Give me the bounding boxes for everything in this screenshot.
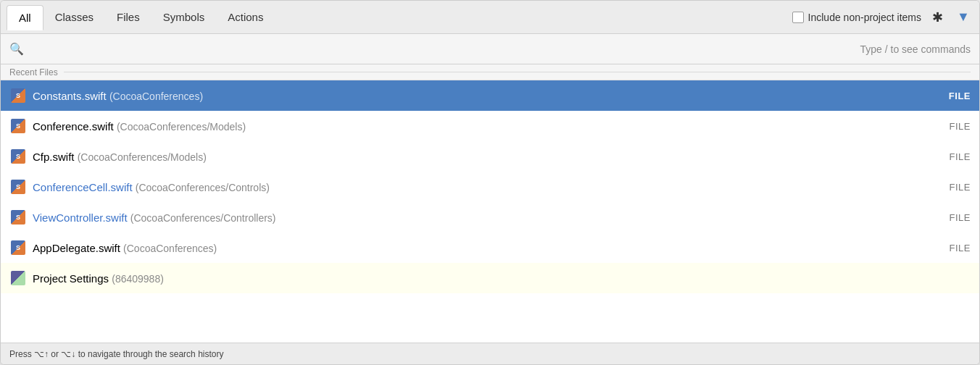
file-item[interactable]: SViewController.swift (CocoaConferences/… <box>1 202 979 232</box>
project-settings-name: Project Settings (86409988) <box>33 272 971 285</box>
section-label: Recent Files <box>9 67 58 77</box>
include-non-project-toggle[interactable]: Include non-project items <box>792 12 921 23</box>
swift-file-icon: S <box>9 148 27 165</box>
tab-all[interactable]: All <box>7 5 43 30</box>
status-bar: Press ⌥↑ or ⌥↓ to navigate through the s… <box>1 343 979 364</box>
file-name-text: Constants.swift (CocoaConferences) <box>33 90 949 102</box>
include-checkbox[interactable] <box>792 12 804 23</box>
toolbar-right: Include non-project items ✱ ▼ <box>792 7 973 28</box>
file-item[interactable]: SConference.swift (CocoaConferences/Mode… <box>1 111 979 141</box>
tab-classes[interactable]: Classes <box>43 5 105 29</box>
file-name-text: Cfp.swift (CocoaConferences/Models) <box>33 151 950 163</box>
file-item[interactable]: SConferenceCell.swift (CocoaConferences/… <box>1 172 979 202</box>
recent-files-header: Recent Files <box>1 64 979 80</box>
file-name-text: Conference.swift (CocoaConferences/Model… <box>33 120 950 133</box>
file-item[interactable]: SConstants.swift (CocoaConferences)FILE <box>1 80 979 111</box>
swift-file-icon: S <box>9 87 27 104</box>
swift-file-icon: S <box>9 117 27 135</box>
pin-icon: ✱ <box>932 9 943 25</box>
swift-file-icon: S <box>9 239 27 256</box>
file-name-text: AppDelegate.swift (CocoaConferences) <box>33 242 950 254</box>
include-label-text: Include non-project items <box>808 12 921 23</box>
tab-actions[interactable]: Actions <box>216 5 275 29</box>
file-type-badge: FILE <box>950 182 971 193</box>
file-item[interactable]: SAppDelegate.swift (CocoaConferences)FIL… <box>1 232 979 263</box>
search-dialog: All Classes Files Symbols Actions Includ… <box>0 0 980 365</box>
file-list[interactable]: SConstants.swift (CocoaConferences)FILES… <box>1 80 979 343</box>
search-hint: Type / to see commands <box>860 43 971 55</box>
pin-button[interactable]: ✱ <box>927 7 947 28</box>
file-name-text: ConferenceCell.swift (CocoaConferences/C… <box>33 181 950 193</box>
file-item[interactable]: SCfp.swift (CocoaConferences/Models)FILE <box>1 141 979 172</box>
project-settings-item[interactable]: Project Settings (86409988) <box>1 263 979 293</box>
filter-button[interactable]: ▼ <box>953 7 973 28</box>
project-settings-icon <box>9 269 27 287</box>
tab-files[interactable]: Files <box>105 5 151 29</box>
search-bar: 🔍 Type / to see commands <box>1 34 979 64</box>
file-type-badge: FILE <box>949 91 971 101</box>
filter-icon: ▼ <box>957 9 970 25</box>
tab-bar: All Classes Files Symbols Actions Includ… <box>1 1 979 34</box>
file-type-badge: FILE <box>950 121 971 132</box>
file-type-badge: FILE <box>950 212 971 223</box>
swift-file-icon: S <box>9 209 27 226</box>
section-divider <box>64 72 971 72</box>
search-input[interactable] <box>30 43 860 55</box>
file-type-badge: FILE <box>950 243 971 253</box>
status-text: Press ⌥↑ or ⌥↓ to navigate through the s… <box>9 349 223 359</box>
file-name-text: ViewController.swift (CocoaConferences/C… <box>33 211 950 224</box>
file-type-badge: FILE <box>950 151 971 162</box>
swift-file-icon: S <box>9 178 27 196</box>
tab-symbols[interactable]: Symbols <box>151 5 217 29</box>
search-icon: 🔍 <box>9 42 24 56</box>
